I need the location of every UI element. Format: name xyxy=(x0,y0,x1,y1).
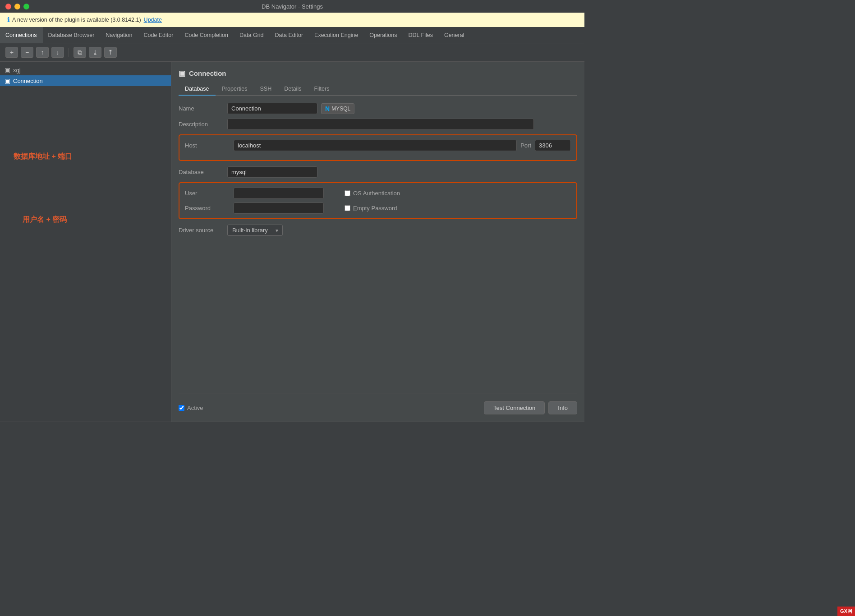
menu-tab-connections[interactable]: Connections xyxy=(0,27,43,43)
panel-title-icon: ▣ xyxy=(179,69,185,78)
db-type-label: MYSQL xyxy=(331,106,350,112)
menu-bar: ConnectionsDatabase BrowserNavigationCod… xyxy=(0,27,584,43)
tab-properties[interactable]: Properties xyxy=(216,83,254,96)
db-type-icon: N xyxy=(325,105,330,112)
host-input[interactable] xyxy=(234,140,517,151)
name-label: Name xyxy=(179,105,224,112)
xgj-label: xgj xyxy=(13,67,21,74)
xgj-icon: ▣ xyxy=(5,66,10,74)
move-down-button[interactable]: ↓ xyxy=(51,47,64,58)
test-connection-button[interactable]: Test Connection xyxy=(484,401,545,414)
description-row: Description xyxy=(179,119,577,130)
copy-button[interactable]: ⧉ xyxy=(74,47,86,58)
inner-tabs: Database Properties SSH Details Filters xyxy=(179,83,577,96)
name-row: Name N MYSQL xyxy=(179,103,577,114)
minimize-button[interactable] xyxy=(14,4,20,9)
maximize-button[interactable] xyxy=(23,4,29,9)
menu-tab-database-browser[interactable]: Database Browser xyxy=(43,27,101,43)
annotation-host: 数据库地址 + 端口 xyxy=(14,152,72,161)
host-port-row: Host Port xyxy=(185,140,571,151)
menu-tab-data-grid[interactable]: Data Grid xyxy=(234,27,270,43)
empty-password-label: Empty Password xyxy=(353,205,397,211)
connection-icon: ▣ xyxy=(5,77,10,84)
tab-ssh[interactable]: SSH xyxy=(254,83,278,96)
host-label: Host xyxy=(185,142,230,149)
driver-select-wrap: Built-in library External library xyxy=(227,225,283,236)
empty-password-checkbox[interactable] xyxy=(345,205,350,211)
toolbar: + − ↑ ↓ ⧉ ⤓ ⤒ xyxy=(0,43,584,62)
active-checkbox[interactable] xyxy=(179,405,184,411)
form-spacer xyxy=(179,240,577,394)
user-label: User xyxy=(185,190,230,197)
os-auth-checkbox[interactable] xyxy=(345,190,350,196)
remove-connection-button[interactable]: − xyxy=(21,47,33,58)
database-input[interactable] xyxy=(227,166,317,178)
right-panel: ▣ Connection Database Properties SSH Det… xyxy=(171,62,584,422)
annotation-user: 用户名 + 密码 xyxy=(23,215,67,225)
active-label: Active xyxy=(187,405,203,411)
form-bottom: Active Test Connection Info xyxy=(179,394,577,414)
update-banner: ℹ A new version of the plugin is availab… xyxy=(0,13,584,27)
tab-database[interactable]: Database xyxy=(179,83,216,96)
add-connection-button[interactable]: + xyxy=(5,47,18,58)
menu-tab-general[interactable]: General xyxy=(439,27,470,43)
description-label: Description xyxy=(179,121,224,128)
menu-tab-code-completion[interactable]: Code Completion xyxy=(179,27,234,43)
connection-label: Connection xyxy=(13,78,43,84)
menu-tab-navigation[interactable]: Navigation xyxy=(100,27,138,43)
os-auth-row: OS Authentication xyxy=(345,190,400,197)
driver-source-label: Driver source xyxy=(179,227,224,234)
window-title: DB Navigator - Settings xyxy=(262,3,323,10)
tab-filters[interactable]: Filters xyxy=(308,83,336,96)
panel-title: ▣ Connection xyxy=(179,69,577,78)
port-input[interactable] xyxy=(535,140,571,151)
tree-item-connection[interactable]: ▣ Connection xyxy=(0,75,171,86)
name-input[interactable] xyxy=(227,103,317,114)
info-button[interactable]: Info xyxy=(548,401,577,414)
menu-tab-ddl-files[interactable]: DDL Files xyxy=(403,27,439,43)
database-row: Database xyxy=(179,166,577,178)
password-row: Password Empty Password xyxy=(185,202,571,214)
port-label: Port xyxy=(520,142,531,149)
menu-tab-data-editor[interactable]: Data Editor xyxy=(270,27,309,43)
main-content: ▣ xgj ▣ Connection 数据库地址 + 端口 用户名 + 密码 ▣… xyxy=(0,62,584,422)
auth-section: User OS Authentication Password Empty Pa… xyxy=(179,182,577,219)
toolbar-separator xyxy=(69,48,69,57)
tab-details[interactable]: Details xyxy=(278,83,308,96)
password-input[interactable] xyxy=(234,202,324,214)
close-button[interactable] xyxy=(5,4,11,9)
user-row: User OS Authentication xyxy=(185,188,571,199)
bottom-bar: ? Cancel Apply OK xyxy=(0,422,584,422)
titlebar: DB Navigator - Settings xyxy=(0,0,584,13)
traffic-lights xyxy=(5,4,29,9)
os-auth-label: OS Authentication xyxy=(353,190,400,197)
info-icon: ℹ xyxy=(7,16,9,23)
host-port-section: Host Port xyxy=(179,134,577,161)
empty-password-row: Empty Password xyxy=(345,205,397,211)
update-link[interactable]: Update xyxy=(144,17,162,23)
form-action-buttons: Test Connection Info xyxy=(484,401,577,414)
database-label: Database xyxy=(179,169,224,175)
move-up-button[interactable]: ↑ xyxy=(36,47,49,58)
panel-title-text: Connection xyxy=(189,69,226,77)
export-button[interactable]: ⤒ xyxy=(104,47,117,58)
menu-tab-execution-engine[interactable]: Execution Engine xyxy=(309,27,364,43)
menu-tab-code-editor[interactable]: Code Editor xyxy=(138,27,179,43)
password-label: Password xyxy=(185,205,230,211)
driver-source-row: Driver source Built-in library External … xyxy=(179,225,577,236)
menu-tab-operations[interactable]: Operations xyxy=(364,27,403,43)
import-button[interactable]: ⤓ xyxy=(89,47,101,58)
active-row: Active xyxy=(179,405,203,411)
user-input[interactable] xyxy=(234,188,324,199)
description-input[interactable] xyxy=(227,119,534,130)
db-type-badge: N MYSQL xyxy=(321,103,354,114)
tree-item-xgj[interactable]: ▣ xgj xyxy=(0,64,171,75)
sidebar: ▣ xgj ▣ Connection 数据库地址 + 端口 用户名 + 密码 xyxy=(0,62,171,422)
driver-source-select[interactable]: Built-in library External library xyxy=(227,225,283,236)
update-banner-text: A new version of the plugin is available… xyxy=(12,17,141,23)
